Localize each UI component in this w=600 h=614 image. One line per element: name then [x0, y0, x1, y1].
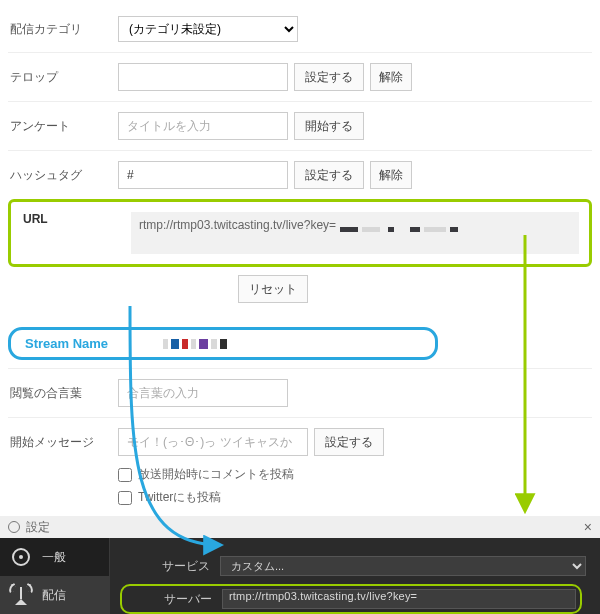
cb-post-twitter-label: Twitterにも投稿 — [138, 489, 221, 506]
hashtag-set-button[interactable]: 設定する — [294, 161, 364, 189]
obs-sidebar: 一般 配信 出力 — [0, 538, 110, 614]
obs-server-value: rtmp://rtmp03.twitcasting.tv/live?key= — [229, 590, 417, 602]
label-passphrase: 閲覧の合言葉 — [8, 385, 118, 402]
survey-title-input[interactable] — [118, 112, 288, 140]
row-checkboxes: 放送開始時にコメントを投稿 Twitterにも投稿 — [8, 466, 592, 516]
web-settings-panel: 配信カテゴリ (カテゴリ未設定) テロップ 設定する 解除 アンケート 開始する… — [0, 0, 600, 516]
obs-row-server: サーバー rtmp://rtmp03.twitcasting.tv/live?k… — [124, 584, 586, 614]
cb-post-comment-label: 放送開始時にコメントを投稿 — [138, 466, 294, 483]
row-reset: リセット — [8, 267, 592, 313]
cb-post-twitter[interactable] — [118, 491, 132, 505]
obs-form: サービス カスタム... サーバー rtmp://rtmp03.twitcast… — [110, 538, 600, 614]
obs-window-title: 設定 — [26, 519, 50, 536]
obs-server-highlight: サーバー rtmp://rtmp03.twitcasting.tv/live?k… — [120, 584, 582, 614]
obs-label-service: サービス — [124, 558, 210, 575]
label-url: URL — [21, 212, 131, 226]
label-telop: テロップ — [8, 69, 118, 86]
passphrase-input[interactable] — [118, 379, 288, 407]
sidebar-label-general: 一般 — [42, 549, 66, 566]
row-passphrase: 閲覧の合言葉 — [8, 368, 592, 417]
row-hashtag: ハッシュタグ 設定する 解除 — [8, 150, 592, 199]
obs-titlebar: 設定 × — [0, 516, 600, 538]
telop-clear-button[interactable]: 解除 — [370, 63, 412, 91]
cb-post-twitter-line[interactable]: Twitterにも投稿 — [118, 489, 294, 506]
label-hashtag: ハッシュタグ — [8, 167, 118, 184]
sidebar-item-stream[interactable]: 配信 — [0, 576, 109, 614]
telop-input[interactable] — [118, 63, 288, 91]
obs-row-service: サービス カスタム... — [124, 556, 586, 576]
row-category: 配信カテゴリ (カテゴリ未設定) — [8, 6, 592, 52]
close-icon[interactable]: × — [584, 519, 592, 535]
obs-server-input[interactable]: rtmp://rtmp03.twitcasting.tv/live?key= — [222, 589, 576, 609]
category-select[interactable]: (カテゴリ未設定) — [118, 16, 298, 42]
label-survey: アンケート — [8, 118, 118, 135]
obs-label-server: サーバー — [126, 591, 212, 608]
url-text: rtmp://rtmp03.twitcasting.tv/live?key= — [139, 218, 336, 232]
row-startmsg: 開始メッセージ 設定する — [8, 417, 592, 466]
label-startmsg: 開始メッセージ — [8, 434, 118, 451]
label-stream-name: Stream Name — [23, 336, 163, 351]
startmsg-set-button[interactable]: 設定する — [314, 428, 384, 456]
sidebar-item-general[interactable]: 一般 — [0, 538, 109, 576]
cb-post-comment-line[interactable]: 放送開始時にコメントを投稿 — [118, 466, 294, 483]
startmsg-input[interactable] — [118, 428, 308, 456]
gear-icon — [10, 546, 32, 568]
obs-settings-window: 設定 × 一般 配信 出力 サービス — [0, 516, 600, 614]
label-category: 配信カテゴリ — [8, 21, 118, 38]
antenna-icon — [10, 584, 32, 606]
stream-name-highlight-box: Stream Name — [8, 327, 438, 360]
telop-set-button[interactable]: 設定する — [294, 63, 364, 91]
cb-post-comment[interactable] — [118, 468, 132, 482]
obs-service-select[interactable]: カスタム... — [220, 556, 586, 576]
survey-start-button[interactable]: 開始する — [294, 112, 364, 140]
url-highlight-box: URL rtmp://rtmp03.twitcasting.tv/live?ke… — [8, 199, 592, 267]
url-value: rtmp://rtmp03.twitcasting.tv/live?key= — [131, 212, 579, 254]
hashtag-clear-button[interactable]: 解除 — [370, 161, 412, 189]
sidebar-label-stream: 配信 — [42, 587, 66, 604]
hashtag-input[interactable] — [118, 161, 288, 189]
row-telop: テロップ 設定する 解除 — [8, 52, 592, 101]
stream-name-value — [163, 339, 227, 349]
reset-button[interactable]: リセット — [238, 275, 308, 303]
obs-logo-icon — [8, 521, 20, 533]
row-survey: アンケート 開始する — [8, 101, 592, 150]
